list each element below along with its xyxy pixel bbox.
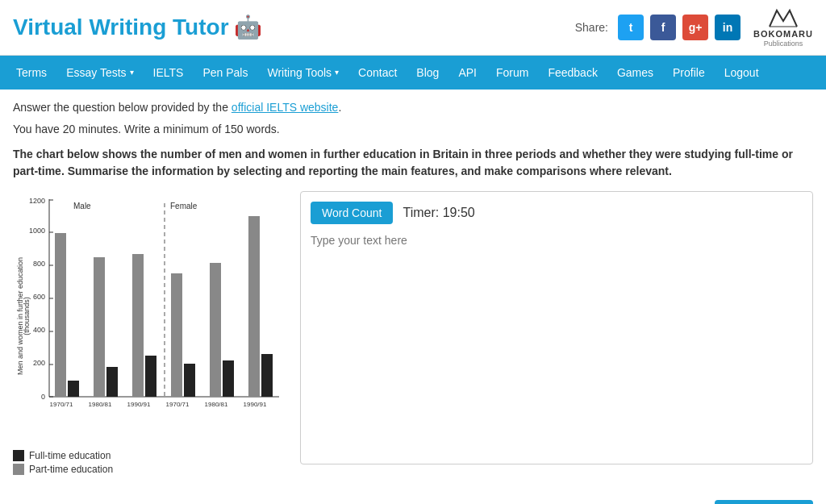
f1-fulltime-bar bbox=[171, 273, 182, 397]
f2-fulltime-bar bbox=[210, 263, 221, 397]
bar-chart: Men and women in further education (thou… bbox=[13, 191, 287, 441]
logo-area: Virtual Writing Tutor 🤖 bbox=[13, 14, 262, 40]
instructions: Answer the question below provided by th… bbox=[13, 99, 813, 138]
bokomaru-sub: Publications bbox=[764, 40, 803, 48]
google-share-button[interactable]: g+ bbox=[682, 15, 708, 40]
nav-blog[interactable]: Blog bbox=[407, 56, 448, 90]
content-area: Answer the question below provided by th… bbox=[0, 90, 826, 487]
chart-svg: Men and women in further education (thou… bbox=[13, 191, 287, 444]
logo-text: Virtual Writing Tutor bbox=[13, 15, 229, 40]
svg-text:800: 800 bbox=[33, 260, 45, 268]
legend-fulltime-label: Full-time education bbox=[29, 450, 111, 461]
main-area: Men and women in further education (thou… bbox=[13, 191, 813, 477]
f1-parttime-bar bbox=[184, 364, 195, 397]
essay-tests-caret: ▾ bbox=[130, 68, 134, 77]
chart-female-label: Female bbox=[170, 202, 198, 210]
legend-parttime-box bbox=[13, 464, 24, 475]
m3-parttime-bar bbox=[145, 356, 156, 397]
writing-toolbar: Word Count Timer: 19:50 bbox=[311, 202, 803, 224]
header-right: Share: t f g+ in BOKOMARU Publications bbox=[575, 6, 813, 48]
nav-essay-tests[interactable]: Essay Tests▾ bbox=[56, 56, 143, 90]
writing-tools-caret: ▾ bbox=[335, 68, 339, 77]
robot-icon: 🤖 bbox=[234, 14, 262, 40]
svg-text:1970/71: 1970/71 bbox=[166, 401, 190, 408]
instruction-line1-prefix: Answer the question below provided by th… bbox=[13, 101, 232, 114]
finished-button[interactable]: Finished bbox=[715, 500, 813, 504]
page-header: Virtual Writing Tutor 🤖 Share: t f g+ in… bbox=[0, 0, 826, 56]
legend-fulltime-box bbox=[13, 450, 24, 461]
essay-textarea[interactable] bbox=[311, 234, 803, 452]
f2-parttime-bar bbox=[223, 360, 234, 397]
nav-writing-tools[interactable]: Writing Tools▾ bbox=[257, 56, 348, 90]
facebook-share-button[interactable]: f bbox=[650, 15, 676, 40]
timer-display: Timer: 19:50 bbox=[403, 206, 474, 220]
legend-parttime-label: Part-time education bbox=[29, 464, 113, 475]
chart-male-label: Male bbox=[73, 202, 91, 210]
svg-text:400: 400 bbox=[33, 326, 45, 334]
ielts-website-link[interactable]: official IELTS website bbox=[232, 101, 339, 114]
nav-forum[interactable]: Forum bbox=[486, 56, 538, 90]
legend-parttime: Part-time education bbox=[13, 464, 287, 475]
svg-text:1970/71: 1970/71 bbox=[50, 401, 73, 408]
twitter-share-button[interactable]: t bbox=[618, 15, 644, 40]
nav-games[interactable]: Games bbox=[607, 56, 663, 90]
writing-area: Word Count Timer: 19:50 bbox=[300, 191, 813, 464]
logo-black: Virtual bbox=[13, 15, 89, 40]
nav-terms[interactable]: Terms bbox=[6, 56, 56, 90]
nav-contact[interactable]: Contact bbox=[348, 56, 407, 90]
nav-profile[interactable]: Profile bbox=[663, 56, 715, 90]
chart-legend: Full-time education Part-time education bbox=[13, 450, 287, 475]
instruction-line2: You have 20 minutes. Write a minimum of … bbox=[13, 121, 813, 138]
bokomaru-logo: BOKOMARU Publications bbox=[753, 6, 813, 48]
logo-blue: Writing Tutor bbox=[89, 15, 228, 40]
word-count-button[interactable]: Word Count bbox=[311, 202, 393, 224]
nav-ielts[interactable]: IELTS bbox=[144, 56, 194, 90]
svg-text:1980/81: 1980/81 bbox=[205, 401, 228, 408]
f3-fulltime-bar bbox=[248, 216, 260, 397]
main-nav: Terms Essay Tests▾ IELTS Pen Pals Writin… bbox=[0, 56, 826, 90]
writing-prompt: The chart below shows the number of men … bbox=[13, 146, 813, 180]
svg-text:1200: 1200 bbox=[29, 197, 45, 205]
m2-parttime-bar bbox=[106, 367, 118, 397]
m3-fulltime-bar bbox=[132, 254, 144, 397]
svg-text:1990/91: 1990/91 bbox=[127, 401, 151, 408]
svg-text:1000: 1000 bbox=[29, 227, 45, 235]
svg-text:200: 200 bbox=[33, 359, 45, 367]
legend-fulltime: Full-time education bbox=[13, 450, 287, 461]
svg-text:1980/81: 1980/81 bbox=[89, 401, 112, 408]
nav-logout[interactable]: Logout bbox=[715, 56, 769, 90]
m1-fulltime-bar bbox=[55, 233, 66, 397]
nav-feedback[interactable]: Feedback bbox=[538, 56, 607, 90]
f3-parttime-bar bbox=[261, 354, 273, 397]
nav-pen-pals[interactable]: Pen Pals bbox=[193, 56, 257, 90]
svg-text:1990/91: 1990/91 bbox=[244, 401, 267, 408]
linkedin-share-button[interactable]: in bbox=[715, 15, 740, 40]
svg-text:(thousands): (thousands) bbox=[23, 297, 31, 335]
m2-fulltime-bar bbox=[94, 257, 105, 397]
m1-parttime-bar bbox=[68, 381, 79, 397]
svg-text:600: 600 bbox=[33, 293, 45, 301]
bokomaru-name: BOKOMARU bbox=[753, 29, 813, 40]
instruction-line1-suffix: . bbox=[338, 101, 341, 114]
bokomaru-icon bbox=[766, 6, 801, 29]
page-footer: Finished bbox=[0, 490, 826, 504]
svg-text:0: 0 bbox=[41, 393, 45, 401]
share-label: Share: bbox=[575, 21, 608, 34]
chart-container: Men and women in further education (thou… bbox=[13, 191, 287, 477]
nav-api[interactable]: API bbox=[448, 56, 486, 90]
